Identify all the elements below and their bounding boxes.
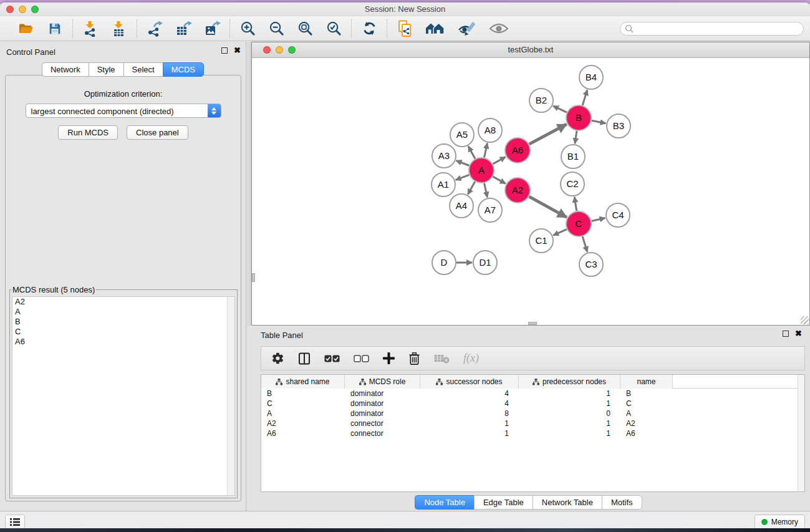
save-icon[interactable] (46, 20, 64, 37)
result-list-scrollbar[interactable] (227, 297, 234, 495)
table-row[interactable]: A2connector11A2 (261, 418, 804, 428)
delete-table-icon[interactable] (434, 354, 450, 364)
graph-edge-A-A2[interactable] (493, 177, 505, 183)
graph-edge-B-B1[interactable] (575, 131, 577, 143)
zoom-in-icon[interactable] (239, 20, 256, 37)
close-panel-button[interactable]: Close panel (127, 125, 188, 140)
graph-edge-A-A7[interactable] (484, 183, 487, 198)
graph-edge-A2-C[interactable] (529, 196, 566, 217)
float-table-panel-icon[interactable] (783, 331, 789, 337)
table-row[interactable]: Cdominator41C (261, 399, 804, 409)
canvas-vertical-scroll-nub[interactable] (252, 273, 255, 282)
graph-node-D1[interactable]: D1 (473, 251, 497, 274)
graph-edge-B-B4[interactable] (582, 90, 587, 105)
eye-pen-icon[interactable] (457, 20, 477, 37)
memory-button[interactable]: Memory (755, 515, 805, 530)
tab-motifs[interactable]: Motifs (602, 495, 642, 510)
graph-node-A8[interactable]: A8 (478, 118, 502, 142)
graph-node-A1[interactable]: A1 (432, 173, 455, 196)
import-network-icon[interactable] (82, 20, 99, 37)
graph-node-C1[interactable]: C1 (529, 229, 553, 253)
select-all-checkboxes-icon[interactable] (324, 355, 340, 362)
open-folder-icon[interactable] (17, 20, 35, 37)
graph-edge-C-C3[interactable] (582, 236, 587, 252)
search-input[interactable] (620, 22, 804, 36)
two-houses-icon[interactable] (425, 20, 446, 37)
zoom-out-icon[interactable] (268, 20, 285, 37)
deselect-all-checkboxes-icon[interactable] (354, 355, 369, 362)
graph-node-A6[interactable]: A6 (505, 138, 530, 163)
task-history-button[interactable] (5, 515, 25, 530)
graph-edge-C-C4[interactable] (591, 218, 605, 221)
column-layout-icon[interactable] (298, 352, 311, 365)
settings-gear-icon[interactable] (271, 352, 284, 365)
graph-node-C3[interactable]: C3 (579, 253, 603, 276)
graph-node-A5[interactable]: A5 (450, 123, 474, 147)
graph-node-C4[interactable]: C4 (606, 203, 630, 227)
duplicate-network-icon[interactable] (396, 20, 413, 37)
column-header-MCDS-role[interactable]: MCDS role (345, 375, 420, 389)
canvas-horizontal-scroll-nub[interactable] (528, 322, 537, 325)
zoom-fit-icon[interactable] (296, 20, 314, 37)
mcds-result-item[interactable]: A (12, 307, 234, 317)
graph-edge-A6-B[interactable] (529, 124, 567, 144)
zoom-selected-icon[interactable] (325, 20, 342, 37)
export-table-icon[interactable] (175, 20, 192, 37)
graph-edge-A-A4[interactable] (468, 181, 475, 194)
graph-edge-B-B3[interactable] (592, 120, 606, 123)
optimization-select[interactable]: largest connected component (directed) (26, 104, 221, 118)
column-header-successor-nodes[interactable]: successor nodes (420, 375, 519, 389)
graph-node-A[interactable]: A (469, 158, 494, 183)
graph-node-B4[interactable]: B4 (579, 65, 603, 89)
mcds-result-item[interactable]: C (12, 327, 234, 337)
network-graph[interactable]: B4B2BB3B1A5A8A6A3AA1C2A2A4A7CC4C1C3DD1 (252, 58, 809, 325)
column-header-shared-name[interactable]: shared name (261, 375, 345, 389)
refresh-view-icon[interactable] (360, 20, 378, 37)
graph-node-C[interactable]: C (566, 211, 591, 236)
window-resize-grip[interactable] (801, 316, 809, 324)
graph-node-A4[interactable]: A4 (450, 194, 473, 218)
graph-node-B[interactable]: B (566, 105, 591, 130)
graph-edge-B-B2[interactable] (553, 106, 567, 112)
graph-edge-A-A5[interactable] (468, 146, 475, 158)
close-table-panel-icon[interactable]: ✖ (795, 331, 802, 337)
export-network-icon[interactable] (146, 20, 163, 37)
graph-edge-A-A3[interactable] (456, 161, 470, 166)
export-image-icon[interactable] (203, 20, 221, 37)
graph-edge-A-A1[interactable] (456, 175, 470, 180)
graph-edge-C-C1[interactable] (553, 230, 567, 236)
graph-node-A2[interactable]: A2 (505, 178, 530, 203)
graph-node-B2[interactable]: B2 (529, 89, 553, 112)
float-panel-icon[interactable] (221, 47, 228, 54)
mcds-result-list[interactable]: A2ABCA6 (12, 296, 235, 496)
mcds-result-item[interactable]: B (12, 317, 234, 327)
table-row[interactable]: Adominator80A (261, 409, 804, 418)
import-table-icon[interactable] (110, 20, 128, 37)
tab-style[interactable]: Style (89, 62, 123, 77)
table-vertical-scrollbar[interactable] (798, 375, 804, 491)
close-panel-icon[interactable]: ✖ (234, 47, 241, 54)
network-canvas[interactable]: B4B2BB3B1A5A8A6A3AA1C2A2A4A7CC4C1C3DD1 (252, 58, 809, 325)
function-builder-icon[interactable]: f(x) (463, 352, 479, 365)
tab-select[interactable]: Select (123, 62, 163, 77)
graph-node-A3[interactable]: A3 (432, 144, 456, 168)
network-window-titlebar[interactable]: testGlobe.txt (252, 42, 809, 58)
column-header-name[interactable]: name (620, 375, 673, 389)
tab-mcds[interactable]: MCDS (163, 62, 204, 77)
mcds-result-item[interactable]: A6 (12, 337, 234, 347)
tab-edge-table[interactable]: Edge Table (474, 495, 533, 510)
graph-edge-C-C2[interactable] (574, 197, 577, 211)
graph-node-B1[interactable]: B1 (561, 145, 585, 168)
column-header-predecessor-nodes[interactable]: predecessor nodes (519, 375, 620, 389)
graph-node-A7[interactable]: A7 (478, 198, 502, 222)
mcds-result-item[interactable]: A2 (12, 297, 234, 307)
eye-icon[interactable] (488, 20, 509, 37)
tab-node-table[interactable]: Node Table (415, 495, 474, 510)
add-column-icon[interactable] (383, 352, 395, 364)
graph-edge-A-A6[interactable] (493, 157, 505, 164)
run-mcds-button[interactable]: Run MCDS (58, 125, 118, 140)
delete-column-trash-icon[interactable] (408, 352, 420, 365)
graph-node-B3[interactable]: B3 (607, 114, 630, 138)
table-row[interactable]: Bdominator41B (261, 389, 804, 399)
graph-edge-A-A8[interactable] (484, 143, 487, 158)
